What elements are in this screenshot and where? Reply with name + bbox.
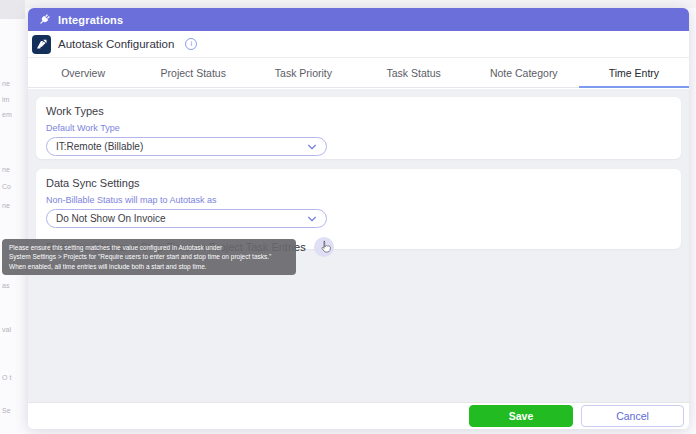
background-text-fragment: Se xyxy=(2,407,11,414)
non-billable-status-value: Do Not Show On Invoice xyxy=(56,213,307,224)
background-text-fragment: im xyxy=(2,96,9,103)
data-sync-heading: Data Sync Settings xyxy=(46,177,671,189)
tab-bar: Overview Project Status Task Priority Ta… xyxy=(28,58,689,88)
tab-note-category[interactable]: Note Category xyxy=(469,58,579,87)
tooltip-line: System Settings > Projects for "Require … xyxy=(9,252,289,261)
modal-header: Integrations xyxy=(28,8,689,31)
tooltip-line: Please ensure this setting matches the v… xyxy=(9,243,289,252)
non-billable-status-select[interactable]: Do Not Show On Invoice xyxy=(46,209,327,228)
background-text-fragment: ne xyxy=(2,80,10,87)
autotask-logo xyxy=(32,35,51,54)
default-work-type-label: Default Work Type xyxy=(46,123,671,133)
integrations-modal: Integrations Autotask Configuration i Ov… xyxy=(28,8,689,429)
non-billable-status-label: Non-Billable Status will map to Autotask… xyxy=(46,195,671,205)
config-title: Autotask Configuration xyxy=(58,38,174,50)
chevron-down-icon xyxy=(307,142,317,152)
tab-overview[interactable]: Overview xyxy=(28,58,138,87)
default-work-type-select[interactable]: IT:Remote (Billable) xyxy=(46,137,327,156)
work-types-card: Work Types Default Work Type IT:Remote (… xyxy=(36,97,681,159)
config-bar: Autotask Configuration i xyxy=(28,31,689,58)
background-text-fragment: Co xyxy=(2,183,11,190)
tab-time-entry[interactable]: Time Entry xyxy=(579,58,689,87)
save-button[interactable]: Save xyxy=(469,405,573,427)
background-text-fragment: ne xyxy=(2,202,10,209)
background-text-fragment: em xyxy=(2,111,12,118)
info-icon[interactable]: i xyxy=(185,38,197,50)
background-text-fragment: as xyxy=(2,282,9,289)
modal-title: Integrations xyxy=(58,14,123,26)
background-text-fragment: val xyxy=(2,326,11,333)
chevron-down-icon xyxy=(307,214,317,224)
tab-task-priority[interactable]: Task Priority xyxy=(248,58,358,87)
cancel-button[interactable]: Cancel xyxy=(581,405,684,427)
modal-footer: Save Cancel xyxy=(28,402,689,429)
background-page-strip xyxy=(0,0,696,8)
default-work-type-value: IT:Remote (Billable) xyxy=(56,141,307,152)
background-text-fragment: ne xyxy=(2,166,10,173)
plug-icon xyxy=(38,13,51,26)
work-types-heading: Work Types xyxy=(46,105,671,117)
tab-project-status[interactable]: Project Status xyxy=(138,58,248,87)
tab-task-status[interactable]: Task Status xyxy=(359,58,469,87)
background-text-fragment: O t xyxy=(2,374,11,381)
tooltip-line: When enabled, all time entries will incl… xyxy=(9,262,289,271)
hand-pointer-cursor xyxy=(318,240,331,255)
data-sync-card: Data Sync Settings Non-Billable Status w… xyxy=(36,169,681,249)
start-stop-toggle[interactable] xyxy=(314,237,334,257)
start-stop-tooltip: Please ensure this setting matches the v… xyxy=(2,239,296,275)
background-page-block xyxy=(0,0,25,19)
